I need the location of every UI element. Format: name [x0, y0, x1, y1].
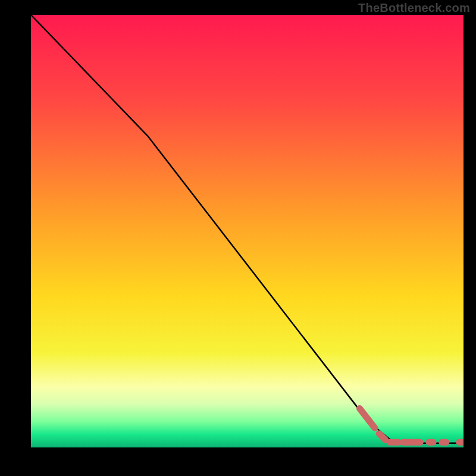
dash-segment [379, 434, 386, 440]
chart-frame: TheBottleneck.com [0, 0, 476, 476]
plot-area [31, 15, 464, 447]
chart-svg [31, 15, 464, 447]
gradient-background [31, 15, 464, 447]
watermark-label: TheBottleneck.com [358, 1, 470, 15]
